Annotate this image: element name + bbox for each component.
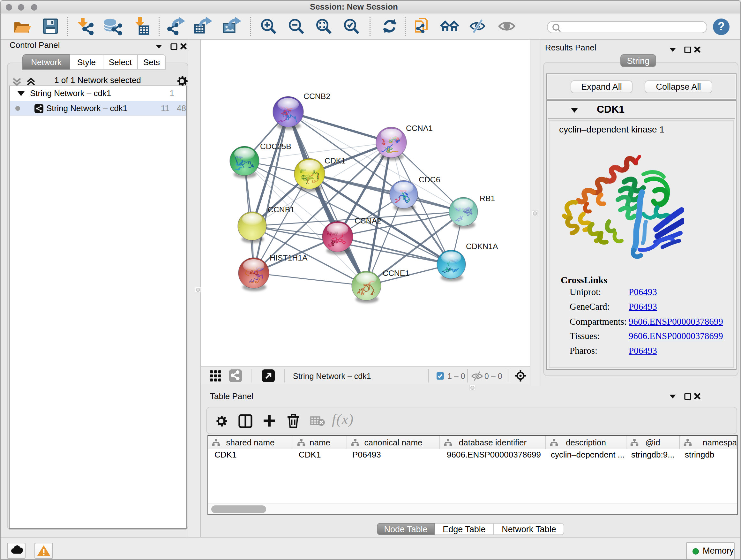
- svg-text:CDC25B: CDC25B: [260, 142, 291, 151]
- svg-text:CCNB2: CCNB2: [304, 92, 330, 101]
- svg-text:CDKN1A: CDKN1A: [466, 242, 498, 251]
- svg-text:CCNA1: CCNA1: [406, 124, 433, 132]
- svg-text:CDK1: CDK1: [325, 157, 346, 165]
- svg-text:CDC6: CDC6: [419, 175, 441, 184]
- svg-text:RB1: RB1: [480, 194, 495, 203]
- svg-text:CCNE1: CCNE1: [383, 269, 409, 277]
- svg-text:HIST1H1A: HIST1H1A: [270, 253, 308, 262]
- svg-text:CCNA2: CCNA2: [354, 216, 381, 225]
- svg-text:CCNB1: CCNB1: [268, 205, 294, 214]
